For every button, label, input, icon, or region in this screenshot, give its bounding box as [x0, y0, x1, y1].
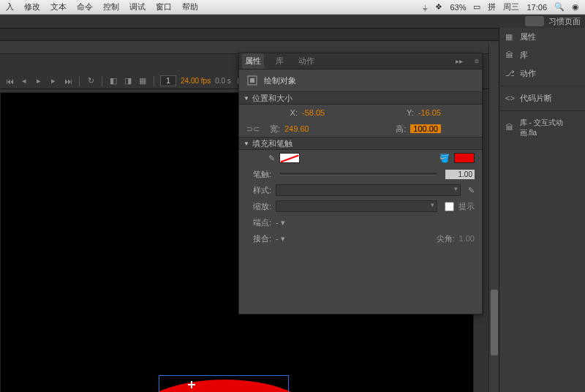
panel-tabs: 属性 库 动作 ▸▸ ≡	[239, 53, 482, 69]
y-label: Y:	[396, 108, 414, 117]
y-value[interactable]: -16.05	[418, 108, 441, 117]
workspace-switcher[interactable]	[525, 16, 544, 26]
miter-value[interactable]: 1.00	[459, 234, 475, 243]
height-value[interactable]: 100.00	[410, 124, 441, 133]
scale-label: 缩放:	[246, 201, 271, 212]
menu-item[interactable]: 命令	[77, 1, 93, 12]
dock-label: 动作	[520, 68, 536, 79]
last-frame-icon[interactable]: ⏭	[63, 76, 73, 86]
vertical-scrollbar[interactable]	[488, 44, 499, 392]
object-type-label: 绘制对象	[264, 75, 296, 86]
next-frame-icon[interactable]: ▸	[48, 76, 58, 86]
sync-icon: ❖	[435, 2, 442, 12]
bucket-icon: 🪣	[439, 154, 450, 163]
selection-bounds	[159, 375, 289, 392]
ime-indicator[interactable]: 拼	[488, 1, 496, 12]
time-display: 0.0 s	[215, 77, 231, 85]
tab-library[interactable]: 库	[273, 53, 287, 69]
fps-display[interactable]: 24.00 fps	[181, 77, 211, 85]
current-frame-input[interactable]	[160, 75, 176, 86]
section-fill-stroke[interactable]: ▼ 填充和笔触	[239, 137, 482, 150]
miter-label: 尖角:	[437, 233, 455, 244]
workspace-label: 习惯页面	[548, 16, 581, 27]
dock-item-actions[interactable]: ⎇ 动作	[499, 64, 585, 83]
first-frame-icon[interactable]: ⏮	[4, 76, 15, 86]
svg-rect-1	[250, 78, 254, 83]
timeline-ruler[interactable]	[0, 28, 585, 41]
panel-menu-icon[interactable]: ≡	[475, 57, 479, 65]
spotlight-icon[interactable]: 🔍	[554, 2, 565, 12]
onion-skin-icon[interactable]: ◧	[108, 76, 118, 86]
tab-properties[interactable]: 属性	[242, 53, 264, 69]
dock-item-library[interactable]: 🏛 库	[499, 46, 585, 64]
width-value[interactable]: 249.60	[284, 124, 309, 133]
menubar-status: ⏚ ❖ 63% ▭ 拼 周三 17:06 🔍 ◉	[423, 1, 579, 12]
menu-item[interactable]: 入	[6, 1, 14, 12]
loop-icon[interactable]: ↻	[86, 76, 96, 86]
x-label: X:	[280, 108, 298, 117]
edit-multiple-icon[interactable]: ▦	[137, 76, 148, 86]
stroke-style-dropdown[interactable]	[276, 184, 461, 196]
dock-label: 库	[520, 50, 528, 61]
day-label: 周三	[503, 1, 519, 12]
user-icon[interactable]: ◉	[572, 2, 579, 12]
scrollbar-thumb[interactable]	[491, 290, 498, 355]
right-dock: ▦ 属性 🏛 库 ⎇ 动作 <> 代码片断 🏛 库 - 交互式动画.fla	[499, 28, 585, 392]
dock-item-properties[interactable]: ▦ 属性	[499, 28, 585, 46]
mac-menubar: 入 修改 文本 命令 控制 调试 窗口 帮助 ⏚ ❖ 63% ▭ 拼 周三 17…	[0, 0, 585, 15]
workspace-bar: 习惯页面	[0, 15, 585, 28]
width-label: 宽:	[263, 124, 280, 135]
hinting-checkbox[interactable]	[445, 202, 454, 211]
menu-item[interactable]: 调试	[129, 1, 146, 12]
actions-icon: ⎇	[505, 69, 516, 79]
app-menu: 入 修改 文本 命令 控制 调试 窗口 帮助	[6, 1, 198, 12]
object-header: 绘制对象	[239, 69, 482, 91]
library-file-icon: 🏛	[505, 123, 516, 133]
wifi-icon: ⏚	[423, 3, 428, 12]
time-label: 17:06	[526, 3, 547, 12]
menu-item[interactable]: 文本	[50, 1, 67, 12]
drawing-object-icon	[246, 75, 258, 86]
dock-item-code-snippets[interactable]: <> 代码片断	[499, 89, 585, 108]
battery-icon: ▭	[473, 2, 480, 12]
properties-panel: 属性 库 动作 ▸▸ ≡ 绘制对象 ▼ 位置和大小 X: -58.05 Y: -…	[238, 53, 483, 314]
height-label: 高:	[388, 124, 406, 135]
onion-outline-icon[interactable]: ◨	[123, 76, 133, 86]
tab-actions[interactable]: 动作	[295, 53, 317, 69]
hinting-label: 提示	[458, 201, 475, 212]
play-icon[interactable]: ▸	[34, 76, 44, 86]
stroke-weight-value[interactable]: 1.00	[445, 170, 475, 179]
dock-label: 属性	[520, 31, 536, 42]
dock-label: 库 - 交互式动画.fla	[520, 118, 579, 138]
section-position-size[interactable]: ▼ 位置和大小	[239, 91, 482, 105]
properties-icon: ▦	[505, 32, 516, 42]
library-icon: 🏛	[505, 50, 516, 61]
style-label: 样式:	[246, 185, 271, 196]
chevron-down-icon: ▼	[244, 95, 249, 102]
join-value[interactable]: - ▾	[276, 234, 285, 244]
panel-collapse-icon[interactable]: ▸▸	[456, 57, 463, 65]
stroke-weight-slider[interactable]	[280, 173, 437, 176]
dock-item-library-file[interactable]: 🏛 库 - 交互式动画.fla	[499, 114, 585, 142]
prev-frame-icon[interactable]: ◂	[19, 76, 29, 86]
dock-label: 代码片断	[520, 93, 552, 104]
stroke-color-swatch[interactable]	[279, 153, 300, 163]
registration-point	[188, 381, 195, 388]
section-label: 位置和大小	[252, 93, 292, 104]
join-label: 接合:	[246, 233, 271, 244]
chevron-down-icon: ▼	[244, 140, 249, 147]
scale-dropdown[interactable]	[276, 200, 437, 212]
fill-color-swatch[interactable]	[454, 153, 475, 163]
battery-percent: 63%	[450, 3, 466, 12]
stroke-label: 笔触:	[246, 169, 271, 180]
code-snippets-icon: <>	[505, 94, 516, 104]
x-value[interactable]: -58.05	[302, 108, 325, 117]
menu-item[interactable]: 修改	[24, 1, 40, 12]
cap-value[interactable]: - ▾	[276, 218, 285, 227]
menu-item[interactable]: 帮助	[182, 1, 198, 12]
edit-stroke-icon[interactable]: ✎	[468, 186, 475, 195]
menu-item[interactable]: 窗口	[156, 1, 172, 12]
cap-label: 端点:	[246, 217, 271, 228]
menu-item[interactable]: 控制	[103, 1, 119, 12]
lock-aspect-icon[interactable]: ⊃⊂	[246, 124, 258, 134]
